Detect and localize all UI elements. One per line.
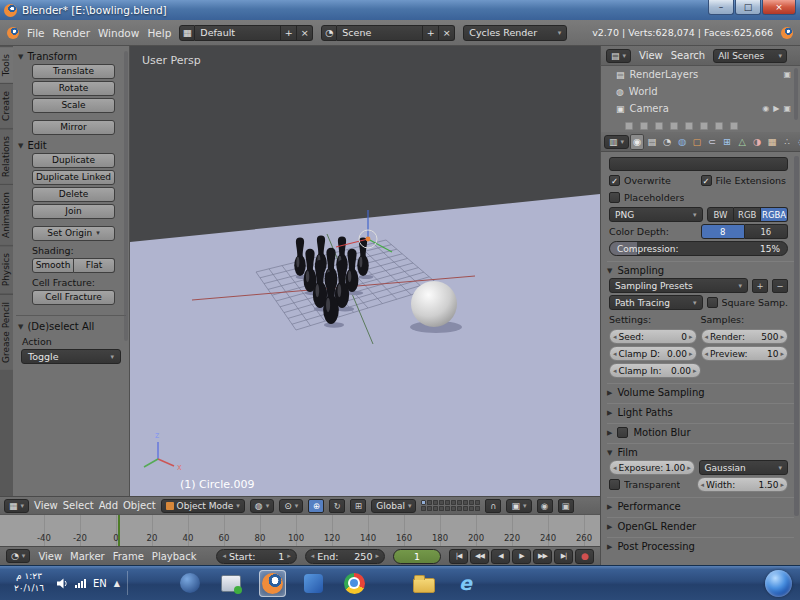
panel-transform-header[interactable]: ▼ Transform	[18, 51, 125, 62]
taskbar-explorer-icon[interactable]	[411, 570, 438, 597]
filter-type-select[interactable]: Gaussian ▾	[699, 460, 789, 475]
tab-world[interactable]: ◍	[675, 134, 689, 150]
menu-add[interactable]: Add	[99, 500, 118, 511]
close-button[interactable]: ×	[762, 0, 796, 15]
outliner-editor-type-button[interactable]: ▤▾	[606, 49, 631, 63]
redo-panel-header[interactable]: ▼ (De)select All	[18, 321, 125, 332]
layer-dot[interactable]	[421, 506, 426, 511]
placeholders-checkbox[interactable]: Placeholders	[609, 192, 697, 203]
viewport-shading-button[interactable]: ◍▾	[250, 499, 274, 513]
layer-dot[interactable]	[445, 506, 450, 511]
join-button[interactable]: Join	[32, 204, 115, 219]
taskbar-chrome-icon[interactable]	[341, 570, 368, 597]
set-origin-menu[interactable]: Set Origin ▾	[32, 226, 115, 241]
sampling-presets-select[interactable]: Sampling Presets ▾	[609, 278, 748, 293]
menu-file[interactable]: File	[27, 27, 45, 39]
play-reverse-button[interactable]: ◀	[491, 549, 510, 564]
cell-fracture-button[interactable]: Cell Fracture	[32, 290, 115, 305]
duplicate-linked-button[interactable]: Duplicate Linked	[32, 170, 115, 185]
screen-layout-browse-button[interactable]: ▦	[179, 25, 195, 41]
snap-magnet-button[interactable]: ∩	[485, 499, 501, 513]
preview-samples-field[interactable]: ◂ Preview: 10 ▸	[701, 346, 789, 361]
tab-render[interactable]: ◉	[630, 134, 644, 150]
start-button[interactable]	[765, 570, 792, 597]
render-toggle-icon[interactable]: ▣	[783, 70, 791, 79]
editor-type-button[interactable]: ▦▾	[4, 499, 29, 513]
menu-marker[interactable]: Marker	[70, 551, 105, 562]
display-mode-select[interactable]: All Scenes▾	[713, 49, 787, 63]
snap-element-button[interactable]: ▣▾	[506, 499, 531, 513]
screen-layout-field[interactable]: Default	[195, 25, 281, 41]
checkbox-icon[interactable]	[617, 427, 628, 438]
screen-layout-add-button[interactable]: +	[281, 25, 297, 41]
volume-icon[interactable]	[57, 578, 68, 589]
panel-opengl-render-header[interactable]: ▶ OpenGL Render	[607, 517, 794, 532]
tray-expand-icon[interactable]: ▲	[114, 579, 120, 588]
layer-dot[interactable]	[439, 500, 444, 505]
layer-dot[interactable]	[469, 506, 474, 511]
depth-8-button[interactable]: 8	[701, 224, 745, 239]
selectable-icon[interactable]: ▶	[773, 104, 779, 113]
window-titlebar[interactable]: Blender* [E:\bowling.blend] – □ ×	[0, 0, 800, 20]
layer-dot[interactable]	[469, 500, 474, 505]
shelf-tab-grease-pencil[interactable]: Grease Pencil	[0, 294, 13, 370]
opengl-render-button[interactable]: ◉	[537, 499, 553, 513]
clamp-direct-field[interactable]: ◂ Clamp D: 0.00 ▸	[609, 346, 697, 361]
tab-data[interactable]: △	[735, 134, 749, 150]
minimize-button[interactable]: –	[708, 0, 734, 15]
exposure-field[interactable]: ◂ Exposure: 1.00 ▸	[609, 460, 695, 475]
layer-dot[interactable]	[433, 500, 438, 505]
render-toggle-icon[interactable]: ▣	[783, 104, 791, 113]
rgba-button[interactable]: RGBA	[761, 207, 788, 222]
layer-dot[interactable]	[475, 500, 480, 505]
preset-remove-button[interactable]: −	[772, 279, 788, 293]
screen-layout-delete-button[interactable]: ×	[297, 25, 313, 41]
transparent-checkbox[interactable]: Transparent	[609, 479, 693, 490]
menu-view[interactable]: View	[38, 551, 62, 562]
menu-select[interactable]: Select	[63, 500, 94, 511]
outliner-row-partial[interactable]	[601, 117, 800, 132]
tab-modifiers[interactable]: ⊞	[720, 134, 734, 150]
shelf-tab-tools[interactable]: Tools	[0, 46, 13, 83]
prev-keyframe-button[interactable]: ◀◀	[470, 549, 489, 564]
bw-button[interactable]: BW	[707, 207, 735, 222]
shelf-tab-create[interactable]: Create	[0, 83, 13, 128]
transform-orientation-select[interactable]: Global▾	[371, 499, 416, 513]
network-icon[interactable]	[75, 579, 86, 588]
shelf-tab-animation[interactable]: Animation	[0, 184, 13, 245]
jump-to-start-button[interactable]: |◀	[449, 549, 468, 564]
translate-button[interactable]: Translate	[32, 64, 115, 79]
scene-delete-button[interactable]: ×	[439, 25, 455, 41]
layer-dot[interactable]	[463, 506, 468, 511]
tab-constraints[interactable]: ⊂	[705, 134, 719, 150]
file-extensions-checkbox[interactable]: ✓ File Extensions	[701, 175, 789, 186]
manipulator-rotate-button[interactable]: ↻	[329, 499, 345, 513]
taskbar-ie-icon[interactable]: e	[452, 570, 479, 597]
square-samples-checkbox[interactable]: Square Samp...	[707, 297, 789, 308]
layer-dot[interactable]	[427, 506, 432, 511]
scale-button[interactable]: Scale	[32, 98, 115, 113]
outliner-scrollbar[interactable]	[794, 68, 798, 120]
properties-scrollbar[interactable]	[794, 156, 799, 516]
menu-search[interactable]: Search	[671, 50, 705, 61]
action-select[interactable]: Toggle ▾	[21, 349, 121, 364]
layer-dot[interactable]	[475, 506, 480, 511]
layer-dot[interactable]	[451, 506, 456, 511]
outliner-item-world[interactable]: ◍ World	[601, 83, 800, 100]
timeline-ruler[interactable]: -40-200204060801001201401601802002202402…	[0, 514, 600, 546]
layer-dot[interactable]	[421, 500, 426, 505]
layer-dot[interactable]	[451, 500, 456, 505]
render-samples-field[interactable]: ◂ Render: 500 ▸	[701, 329, 789, 344]
compression-slider[interactable]: Compression: 15%	[609, 241, 788, 256]
jump-to-end-button[interactable]: ▶|	[554, 549, 573, 564]
scene-add-button[interactable]: +	[423, 25, 439, 41]
seed-field[interactable]: ◂ Seed: 0 ▸	[609, 329, 697, 344]
viewport-3d[interactable]: z x User Persp (1) Circle.009	[130, 46, 600, 496]
menu-view[interactable]: View	[639, 50, 663, 61]
play-button[interactable]: ▶	[512, 549, 531, 564]
clamp-indirect-field[interactable]: ◂ Clamp In: 0.00 ▸	[609, 363, 701, 378]
frame-start-field[interactable]: ◂ Start: 1 ▸	[216, 549, 296, 564]
menu-render[interactable]: Render	[53, 27, 90, 39]
tab-particles[interactable]: ∴	[780, 134, 794, 150]
panel-volume-sampling-header[interactable]: ▶ Volume Sampling	[607, 383, 794, 398]
